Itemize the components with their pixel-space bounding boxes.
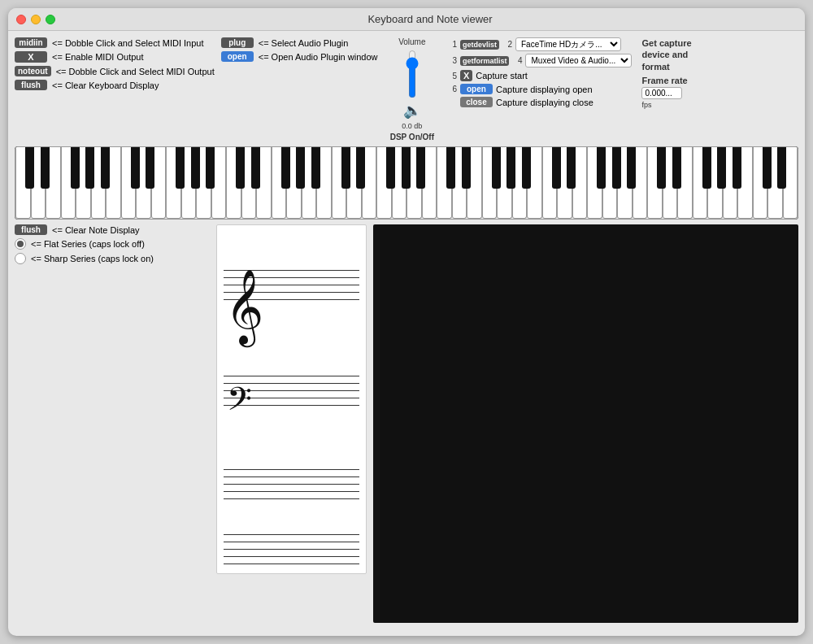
device2-select[interactable]: Muxed Video & Audio... bbox=[525, 54, 632, 67]
white-key[interactable] bbox=[151, 147, 167, 219]
white-key[interactable] bbox=[647, 147, 663, 219]
noteout-label: <= Dobble Click and Select MIDI Output bbox=[56, 67, 215, 76]
bottom-section: flush <= Clear Note Display <= Flat Seri… bbox=[15, 224, 798, 623]
traffic-lights bbox=[16, 15, 55, 24]
flat-radio[interactable] bbox=[15, 238, 26, 250]
white-key[interactable] bbox=[286, 147, 302, 219]
white-key[interactable] bbox=[302, 147, 317, 219]
midi-input-row: midiin <= Dobble Click and Select MIDI I… bbox=[15, 37, 215, 48]
lower-staff bbox=[224, 469, 359, 506]
white-key[interactable] bbox=[256, 147, 272, 219]
device1-select[interactable]: FaceTime HDカメラ... bbox=[515, 37, 621, 51]
white-key[interactable] bbox=[677, 147, 693, 219]
plug-badge[interactable]: plug bbox=[221, 37, 254, 48]
video-area bbox=[373, 224, 798, 623]
white-key[interactable] bbox=[406, 147, 422, 219]
white-key[interactable] bbox=[587, 147, 602, 219]
white-key[interactable] bbox=[346, 147, 362, 219]
white-key[interactable] bbox=[437, 147, 452, 219]
flush-keyboard-row: flush <= Clear Keyboard Display bbox=[15, 80, 215, 90]
white-key[interactable] bbox=[482, 147, 498, 219]
white-key[interactable] bbox=[362, 147, 377, 219]
white-key[interactable] bbox=[633, 147, 648, 219]
white-key[interactable] bbox=[467, 147, 482, 219]
white-key[interactable] bbox=[572, 147, 588, 219]
white-key[interactable] bbox=[166, 147, 181, 219]
white-key[interactable] bbox=[512, 147, 528, 219]
capture-x-badge[interactable]: X bbox=[460, 70, 472, 81]
volume-slider[interactable] bbox=[404, 50, 420, 98]
flush-note-label: <= Clear Note Display bbox=[52, 225, 140, 235]
white-key[interactable] bbox=[226, 147, 241, 219]
white-key[interactable] bbox=[422, 147, 437, 219]
midi-output-label: <= Enable MIDI Output bbox=[52, 52, 144, 62]
white-key[interactable] bbox=[663, 147, 678, 219]
white-key[interactable] bbox=[316, 147, 332, 219]
white-key[interactable] bbox=[527, 147, 542, 219]
maximize-button[interactable] bbox=[46, 15, 55, 24]
white-key[interactable] bbox=[76, 147, 91, 219]
white-key[interactable] bbox=[557, 147, 572, 219]
capture-section: 1 getdevlist 2 FaceTime HDカメラ... 3 getfo… bbox=[447, 37, 798, 109]
white-key[interactable] bbox=[332, 147, 347, 219]
white-key[interactable] bbox=[31, 147, 46, 219]
capture-open-label: Capture displaying open bbox=[496, 85, 593, 94]
white-key[interactable] bbox=[106, 147, 121, 219]
open-badge[interactable]: open bbox=[221, 51, 254, 62]
white-key[interactable] bbox=[707, 147, 723, 219]
flush-note-badge[interactable]: flush bbox=[15, 224, 47, 235]
flush-keyboard-badge[interactable]: flush bbox=[15, 80, 47, 90]
piano-keyboard[interactable]: // Will generate via JS below bbox=[15, 146, 798, 220]
capture-row-5: close Capture displaying close bbox=[447, 97, 633, 107]
capture-row-3: 5 X Capture start bbox=[447, 70, 633, 81]
white-key[interactable] bbox=[272, 147, 287, 219]
white-key[interactable] bbox=[737, 147, 753, 219]
capture-close-badge[interactable]: close bbox=[460, 97, 493, 107]
plugin-select-row: plug <= Select Audio Plugin bbox=[221, 37, 384, 48]
white-key[interactable] bbox=[767, 147, 783, 219]
white-key[interactable] bbox=[376, 147, 392, 219]
white-key[interactable] bbox=[211, 147, 227, 219]
white-key[interactable] bbox=[392, 147, 407, 219]
bass-clef: 𝄢 bbox=[227, 384, 252, 423]
frame-rate-label: Frame rate bbox=[641, 76, 691, 85]
white-key[interactable] bbox=[121, 147, 137, 219]
sheet-music-area: 𝄞 𝄢 bbox=[216, 224, 367, 574]
white-key[interactable] bbox=[783, 147, 798, 219]
white-key[interactable] bbox=[693, 147, 708, 219]
white-key[interactable] bbox=[753, 147, 768, 219]
flat-series-row: <= Flat Series (caps lock off) bbox=[15, 238, 210, 250]
white-key[interactable] bbox=[542, 147, 558, 219]
capture-open-badge[interactable]: open bbox=[460, 84, 493, 94]
main-window: Keyboard and Note viewer midiin <= Dobbl… bbox=[8, 8, 805, 636]
num-3: 3 bbox=[447, 56, 457, 65]
speaker-icon: 🔈 bbox=[403, 102, 421, 120]
white-key[interactable] bbox=[91, 147, 107, 219]
white-key[interactable] bbox=[452, 147, 467, 219]
minimize-button[interactable] bbox=[31, 15, 41, 24]
white-key[interactable] bbox=[723, 147, 738, 219]
main-content: midiin <= Dobble Click and Select MIDI I… bbox=[8, 31, 805, 629]
plugin-section: plug <= Select Audio Plugin open <= Open… bbox=[221, 37, 384, 62]
white-key[interactable] bbox=[617, 147, 633, 219]
midiin-badge[interactable]: midiin bbox=[15, 37, 47, 48]
white-key[interactable] bbox=[241, 147, 257, 219]
white-key[interactable] bbox=[136, 147, 151, 219]
flush-note-row: flush <= Clear Note Display bbox=[15, 224, 210, 235]
white-key[interactable] bbox=[196, 147, 211, 219]
getdevlist-badge[interactable]: getdevlist bbox=[460, 40, 499, 50]
white-key[interactable] bbox=[497, 147, 512, 219]
noteout-badge[interactable]: noteout bbox=[15, 66, 51, 76]
white-key[interactable] bbox=[61, 147, 76, 219]
capture-row-4: 6 open Capture displaying open bbox=[447, 84, 633, 94]
white-key[interactable] bbox=[181, 147, 197, 219]
getformatlist-badge[interactable]: getformatlist bbox=[460, 56, 510, 66]
close-button[interactable] bbox=[16, 15, 26, 24]
white-key[interactable] bbox=[46, 147, 61, 219]
white-key[interactable] bbox=[602, 147, 618, 219]
sharp-radio[interactable] bbox=[15, 253, 26, 264]
lower-staff-2 bbox=[224, 534, 359, 571]
x-badge[interactable]: X bbox=[15, 51, 47, 63]
white-key[interactable] bbox=[15, 147, 31, 219]
plugin-select-label: <= Select Audio Plugin bbox=[259, 38, 349, 48]
